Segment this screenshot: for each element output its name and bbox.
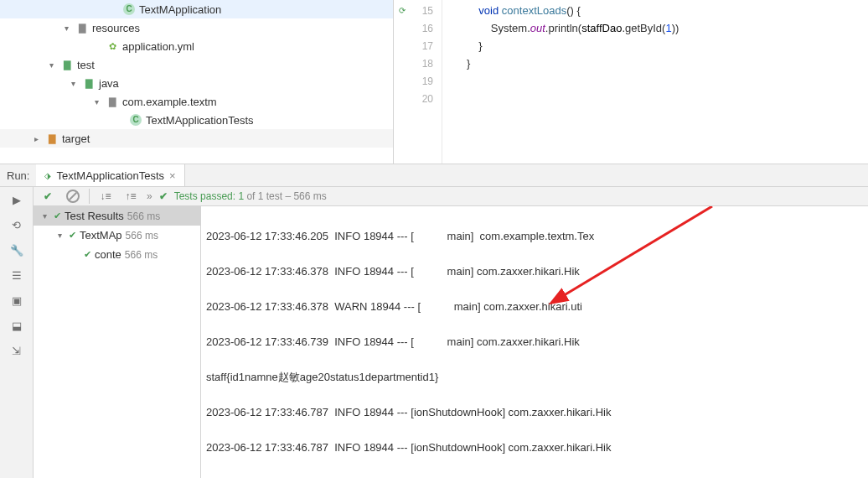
- code-content[interactable]: void contextLoads() { System.out.println…: [442, 0, 868, 164]
- test-pass-icon: ✔: [69, 230, 76, 241]
- file-textmapplicationtests[interactable]: C TextMApplicationTests: [0, 111, 393, 129]
- run-label: Run:: [0, 169, 36, 182]
- chevron-down-icon[interactable]: ▾: [45, 60, 57, 70]
- test-toolbar: ✔ ↓≡ ↑≡ » ✔ Tests passed: 1 of 1 test – …: [34, 187, 868, 206]
- test-results-tree[interactable]: ▾✔ Test Results566 ms ▾✔ TextMAp566 ms ✔…: [34, 206, 201, 478]
- project-tree[interactable]: C TextMApplication ▾▇ resources ✿ applic…: [0, 0, 394, 164]
- console-output[interactable]: 2023-06-12 17:33:46.205 INFO 18944 --- […: [201, 206, 868, 478]
- tree-label: test: [77, 59, 95, 71]
- camera-icon[interactable]: ▣: [9, 293, 24, 308]
- run-gutter-icon[interactable]: ⟳: [399, 6, 406, 15]
- svg-line-0: [561, 206, 712, 297]
- editor-gutter: ⟳15 16 17 18 19 20: [394, 0, 442, 164]
- export-icon[interactable]: ⬓: [9, 318, 24, 333]
- folder-icon: ▇: [60, 58, 74, 71]
- test-class-node[interactable]: ▾✔ TextMAp566 ms: [34, 226, 200, 245]
- chevron-down-icon[interactable]: ▾: [67, 79, 79, 88]
- tree-label: target: [62, 132, 90, 145]
- test-results-root[interactable]: ▾✔ Test Results566 ms: [34, 206, 200, 226]
- tests-summary: Tests passed: 1: [174, 190, 244, 202]
- show-passed-icon[interactable]: ✔: [39, 187, 57, 205]
- chevron-down-icon[interactable]: ▾: [39, 211, 50, 221]
- run-sidebar: ▶ ⟲ 🔧 ☰ ▣ ⬓ ⇲: [0, 187, 34, 478]
- toggle-auto-icon[interactable]: ⟲: [9, 217, 24, 232]
- log-line: 2023-06-12 17:33:46.739 INFO 18944 --- […: [206, 333, 863, 351]
- pin-icon[interactable]: ⇲: [9, 343, 24, 358]
- close-icon[interactable]: ×: [169, 169, 176, 182]
- folder-icon: ▇: [75, 21, 89, 34]
- class-icon: C: [123, 3, 135, 15]
- file-textmapplication[interactable]: C TextMApplication: [0, 0, 393, 18]
- rerun-icon[interactable]: ▶: [9, 192, 24, 207]
- folder-target[interactable]: ▸▇ target: [0, 129, 393, 148]
- tree-label: application.yml: [122, 40, 194, 53]
- layout-icon[interactable]: ☰: [9, 268, 24, 283]
- log-line: 2023-06-12 17:33:46.787 INFO 18944 --- […: [206, 439, 863, 456]
- chevron-down-icon[interactable]: ▾: [60, 23, 72, 33]
- test-pass-icon: ✔: [84, 249, 91, 260]
- log-line: 2023-06-12 17:33:46.205 INFO 18944 --- […: [206, 227, 863, 245]
- folder-icon: ▇: [82, 76, 96, 90]
- chevron-right-icon[interactable]: ▸: [30, 134, 42, 143]
- code-editor[interactable]: ⟳15 16 17 18 19 20 void contextLoads() {…: [394, 0, 868, 164]
- folder-java[interactable]: ▾▇ java: [0, 74, 393, 92]
- class-icon: C: [130, 114, 142, 126]
- tests-summary-dim: of 1 test – 566 ms: [244, 190, 327, 202]
- chevron-down-icon[interactable]: ▾: [90, 97, 102, 107]
- folder-resources[interactable]: ▾▇ resources: [0, 18, 393, 37]
- log-line: 2023-06-12 17:33:46.787 INFO 18944 --- […: [206, 403, 863, 421]
- file-application-yml[interactable]: ✿ application.yml: [0, 37, 393, 55]
- tree-label: TextMApplicationTests: [146, 114, 254, 127]
- run-config-icon: ⬗: [44, 171, 51, 180]
- log-line: 2023-06-12 17:33:46.378 INFO 18944 --- […: [206, 262, 863, 280]
- chevron-down-icon[interactable]: ▾: [54, 231, 65, 240]
- raquo: »: [147, 190, 152, 202]
- show-ignored-icon[interactable]: [64, 187, 82, 205]
- run-tab-label: TextMApplicationTests: [56, 169, 164, 182]
- tree-label: com.example.textm: [122, 96, 217, 108]
- test-method-node[interactable]: ✔ conte566 ms: [34, 245, 200, 264]
- folder-icon: ▇: [106, 95, 119, 108]
- tree-label: resources: [92, 22, 140, 34]
- tests-passed-icon: ✔: [159, 190, 168, 202]
- log-line: 2023-06-12 17:33:46.378 WARN 18944 --- […: [206, 298, 863, 315]
- run-tool-header: Run: ⬗ TextMApplicationTests ×: [0, 164, 868, 187]
- test-pass-icon: ✔: [54, 210, 61, 221]
- wrench-icon[interactable]: 🔧: [9, 242, 24, 257]
- sort-icon[interactable]: ↓≡: [96, 187, 115, 205]
- run-tab[interactable]: ⬗ TextMApplicationTests ×: [36, 164, 184, 186]
- spring-icon: ✿: [106, 39, 119, 53]
- folder-test[interactable]: ▾▇ test: [0, 55, 393, 74]
- sort-icon-2[interactable]: ↑≡: [121, 187, 140, 205]
- tree-label: TextMApplication: [139, 3, 221, 16]
- log-line: staff{id1namne赵敏age20status1departmentid…: [206, 368, 863, 386]
- tree-label: java: [99, 77, 119, 90]
- folder-package[interactable]: ▾▇ com.example.textm: [0, 92, 393, 111]
- folder-icon: ▇: [45, 132, 59, 145]
